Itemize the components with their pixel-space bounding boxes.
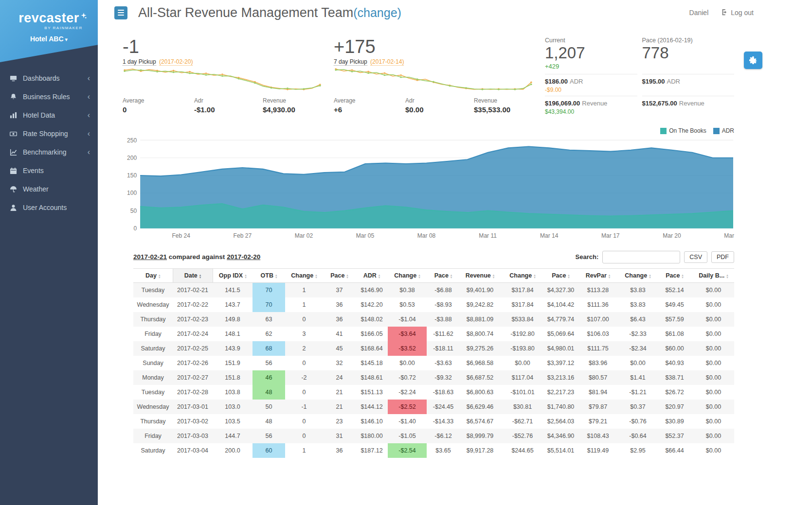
compare-middle-text: compared against — [169, 253, 225, 261]
hotel-selector[interactable]: Hotel ABC▾ — [0, 35, 98, 43]
current-adr: $186.00ADR -$9.00 — [545, 74, 637, 96]
cell-pace_rev: $5,069.64 — [545, 327, 577, 341]
column-header-day[interactable]: Day▴▾ — [133, 269, 173, 283]
column-header-adr[interactable]: ADR▴▾ — [356, 269, 388, 283]
legend-adr[interactable]: ADR — [713, 127, 734, 134]
column-header-daily-b[interactable]: Daily B...▴▾ — [693, 269, 734, 283]
cell-change_rev: -$193.80 — [500, 341, 545, 356]
column-header-pace[interactable]: Pace▴▾ — [323, 269, 356, 283]
search-input[interactable] — [602, 251, 680, 263]
logout-button[interactable]: Log out — [721, 9, 754, 17]
cell-change_rev: -$101.01 — [500, 385, 545, 400]
otb-adr-area-chart[interactable]: 050100150200250Feb 24Feb 27Mar 02Mar 05M… — [123, 136, 734, 241]
sidebar-item-business-rules[interactable]: Business Rules‹ — [0, 87, 98, 106]
cell-change_otb: 1 — [285, 297, 323, 312]
hotel-name: Hotel ABC — [30, 35, 64, 43]
daily-comparison-table: Day▴▾Date▴▾Opp IDX▴▾OTB▴▾Change▴▾Pace▴▾A… — [133, 268, 734, 458]
cell-change_otb: 2 — [285, 341, 323, 356]
adr-swatch-icon — [713, 128, 720, 134]
cell-otb: 46 — [253, 370, 285, 385]
cell-daily_b: $0.00 — [693, 400, 734, 414]
cell-pace_revpar: $38.71 — [656, 370, 693, 385]
column-header-change[interactable]: Change▴▾ — [500, 269, 545, 283]
table-row: Saturday2017-03-04200.060136$187.12-$2.5… — [133, 443, 734, 458]
column-header-change[interactable]: Change▴▾ — [388, 269, 427, 283]
cell-opp_idx: 103.0 — [213, 400, 253, 414]
column-header-pace[interactable]: Pace▴▾ — [427, 269, 460, 283]
sidebar-item-label: Dashboards — [23, 74, 88, 82]
table-row: Sunday2017-02-26151.956032$145.18$0.00-$… — [133, 356, 734, 370]
current-vs-pace-summary: Current Pace (2016-02-19) 1,207 +429 778… — [545, 37, 734, 118]
cell-adr: $146.10 — [356, 414, 388, 429]
cell-change_otb: 0 — [285, 414, 323, 429]
sidebar-item-hotel-data[interactable]: Hotel Data‹ — [0, 106, 98, 124]
cell-date: 2017-03-02 — [173, 414, 213, 429]
table-row: Wednesday2017-03-01103.050-121$144.12-$2… — [133, 400, 734, 414]
cell-daily_b: $0.00 — [693, 356, 734, 370]
seven-day-pickup-label[interactable]: 7 day Pickup — [334, 58, 367, 66]
column-header-revenue[interactable]: Revenue▴▾ — [460, 269, 500, 283]
legend-on-the-books[interactable]: On The Books — [660, 127, 706, 134]
csv-export-button[interactable]: CSV — [684, 251, 707, 263]
sign-out-icon — [721, 9, 728, 17]
cell-pace_adr: -$18.11 — [427, 341, 460, 356]
column-header-opp-idx[interactable]: Opp IDX▴▾ — [213, 269, 253, 283]
sidebar-item-events[interactable]: Events — [0, 161, 98, 180]
cell-date: 2017-02-23 — [173, 312, 213, 327]
one-day-pickup-date[interactable]: (2017-02-20) — [159, 58, 193, 66]
cell-otb: 62 — [253, 327, 285, 341]
cell-pace_revpar: $26.72 — [656, 385, 693, 400]
column-header-pace[interactable]: Pace▴▾ — [545, 269, 577, 283]
column-header-otb[interactable]: OTB▴▾ — [253, 269, 285, 283]
cell-revenue: $8,999.79 — [460, 429, 500, 443]
change-team-link[interactable]: (change) — [353, 6, 401, 19]
sidebar-nav: Dashboards‹Business Rules‹Hotel Data‹Rat… — [0, 69, 98, 217]
cell-pace_adr: $3.65 — [427, 443, 460, 458]
cell-opp_idx: 151.9 — [213, 356, 253, 370]
sidebar-item-weather[interactable]: Weather — [0, 180, 98, 198]
column-header-revpar[interactable]: RevPar▴▾ — [577, 269, 619, 283]
compare-date-2[interactable]: 2017-02-20 — [227, 253, 260, 261]
sidebar-item-dashboards[interactable]: Dashboards‹ — [0, 69, 98, 87]
column-header-date[interactable]: Date▴▾ — [173, 269, 213, 283]
column-header-change[interactable]: Change▴▾ — [285, 269, 323, 283]
settings-gear-button[interactable] — [744, 52, 762, 69]
user-menu[interactable]: Daniel — [689, 9, 709, 17]
compare-date-1[interactable]: 2017-02-21 — [133, 253, 167, 261]
cell-revpar: $79.87 — [577, 400, 619, 414]
on-the-books-swatch-icon — [660, 128, 667, 134]
bar-chart-icon — [8, 112, 18, 119]
cell-day: Wednesday — [133, 297, 173, 312]
cell-pace_revpar: $49.45 — [656, 297, 693, 312]
seven-day-pickup-date[interactable]: (2017-02-14) — [370, 58, 404, 66]
sort-icon: ▴▾ — [451, 274, 452, 279]
cell-revpar: $107.00 — [577, 312, 619, 327]
cell-opp_idx: 103.5 — [213, 414, 253, 429]
sort-icon: ▴▾ — [726, 274, 728, 279]
column-header-pace[interactable]: Pace▴▾ — [656, 269, 693, 283]
compare-line: 2017-02-21 compared against 2017-02-20 — [133, 253, 260, 261]
cell-change_otb: 0 — [285, 429, 323, 443]
cell-opp_idx: 149.8 — [213, 312, 253, 327]
svg-text:50: 50 — [130, 208, 137, 214]
sidebar-item-user-accounts[interactable]: User Accounts — [0, 198, 98, 217]
sidebar-item-rate-shopping[interactable]: Rate Shopping‹ — [0, 124, 98, 143]
otb-adr-chart-section: On The Books ADR 050100150200250Feb 24Fe… — [123, 127, 734, 241]
cell-revenue: $6,574.67 — [460, 414, 500, 429]
hamburger-menu-button[interactable] — [114, 6, 127, 19]
sidebar-item-benchmarking[interactable]: Benchmarking‹ — [0, 143, 98, 161]
seven-day-pickup-sparkline — [334, 67, 533, 91]
cell-revpar: $106.03 — [577, 327, 619, 341]
pdf-export-button[interactable]: PDF — [711, 251, 734, 263]
search-label: Search: — [576, 253, 599, 261]
user-icon — [8, 204, 18, 211]
cell-change_revpar: -$1.21 — [619, 385, 656, 400]
cell-adr: $166.05 — [356, 327, 388, 341]
cell-adr: $180.00 — [356, 429, 388, 443]
cell-date: 2017-02-27 — [173, 370, 213, 385]
column-header-change[interactable]: Change▴▾ — [619, 269, 656, 283]
cell-pace_revpar: $20.97 — [656, 400, 693, 414]
one-day-pickup-label[interactable]: 1 day Pickup — [123, 58, 156, 66]
gear-icon — [748, 55, 758, 65]
cell-day: Thursday — [133, 312, 173, 327]
